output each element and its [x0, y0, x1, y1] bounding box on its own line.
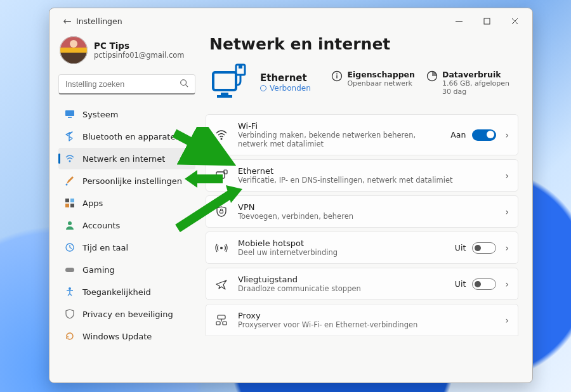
svg-point-24	[336, 73, 338, 74]
svg-rect-31	[220, 211, 223, 213]
sidebar-item-network[interactable]: Netwerk en internet	[58, 148, 195, 169]
hero-title: Ethernet	[260, 72, 311, 84]
card-vpn[interactable]: VPNToevoegen, verbinden, beheren ›	[206, 195, 518, 228]
properties-link[interactable]: EigenschappenOpenbaar netwerk	[331, 70, 415, 88]
search-input[interactable]	[64, 79, 180, 89]
settings-window: ← Instellingen PC Tips pctipsinfo01@gmai…	[49, 8, 533, 383]
sidebar-item-accessibility[interactable]: Toegankelijkheid	[58, 281, 195, 303]
sidebar-item-windows-update[interactable]: Windows Update	[58, 325, 195, 347]
sidebar-item-label: Persoonlijke instellingen	[82, 176, 182, 186]
svg-point-14	[68, 221, 72, 225]
card-subtitle: Deel uw internetverbinding	[238, 248, 445, 257]
accessibility-icon	[65, 287, 75, 297]
apps-icon	[65, 198, 75, 208]
card-subtitle: Toevoegen, verbinden, beheren	[238, 212, 492, 221]
sidebar-item-gaming[interactable]: Gaming	[58, 259, 195, 280]
sidebar-item-label: Accounts	[82, 221, 120, 230]
chevron-right-icon: ›	[502, 315, 509, 325]
card-title: Ethernet	[238, 166, 492, 176]
ethernet-hero-icon	[209, 62, 250, 103]
data-usage-link[interactable]: Dataverbruik1.66 GB, afgelopen 30 dag	[426, 70, 518, 96]
avatar	[60, 36, 88, 64]
svg-rect-1	[484, 18, 490, 24]
card-title: Proxy	[238, 311, 492, 320]
sidebar-item-privacy[interactable]: Privacy en beveiliging	[58, 303, 195, 325]
window-title: Instellingen	[76, 16, 122, 26]
brush-icon	[65, 176, 75, 186]
sidebar-item-label: Privacy en beveiliging	[82, 310, 173, 319]
close-button[interactable]	[501, 8, 528, 34]
chevron-right-icon: ›	[502, 279, 509, 289]
sidebar: PC Tips pctipsinfo01@gmail.com Systeem B…	[49, 34, 202, 382]
sidebar-item-accounts[interactable]: Accounts	[58, 214, 195, 236]
minimize-button[interactable]	[445, 8, 473, 34]
sidebar-item-label: Windows Update	[82, 332, 152, 341]
maximize-button[interactable]	[473, 8, 501, 34]
chevron-right-icon: ›	[502, 171, 509, 181]
card-hotspot[interactable]: Mobiele hotspotDeel uw internetverbindin…	[206, 232, 518, 264]
svg-point-4	[181, 80, 187, 86]
svg-line-5	[186, 85, 188, 88]
airplane-icon	[215, 278, 228, 291]
card-title: VPN	[238, 202, 492, 212]
sidebar-item-label: Systeem	[82, 110, 118, 119]
svg-rect-10	[65, 199, 69, 202]
proxy-icon	[215, 314, 228, 327]
vpn-shield-icon	[215, 206, 228, 218]
hotspot-icon	[215, 242, 228, 254]
clock-globe-icon	[65, 242, 75, 252]
display-icon	[65, 109, 75, 119]
sidebar-item-bluetooth[interactable]: Bluetooth en apparaten	[58, 126, 195, 147]
wifi-icon	[215, 129, 228, 141]
card-subtitle: Verificatie, IP- en DNS-instellingen, ne…	[238, 176, 492, 185]
svg-point-32	[220, 247, 223, 249]
ethernet-icon	[215, 169, 228, 182]
card-subtitle: Draadloze communicatie stoppen	[238, 284, 445, 293]
sidebar-item-label: Toegankelijkheid	[82, 287, 151, 297]
network-hero: Ethernet Verbonden EigenschappenOpenbaar…	[206, 62, 518, 114]
svg-rect-34	[216, 322, 220, 325]
sidebar-item-apps[interactable]: Apps	[58, 192, 195, 214]
sidebar-item-time-language[interactable]: Tijd en taal	[58, 237, 195, 258]
search-input-container[interactable]	[58, 74, 195, 95]
card-title: Mobiele hotspot	[238, 238, 445, 248]
svg-point-8	[69, 160, 71, 162]
sidebar-nav: Systeem Bluetooth en apparaten Netwerk e…	[58, 103, 195, 347]
svg-rect-7	[68, 117, 72, 119]
hotspot-toggle[interactable]	[472, 242, 496, 254]
card-wifi[interactable]: Wi-FiVerbinding maken, bekende netwerken…	[206, 114, 518, 155]
svg-rect-25	[337, 75, 338, 78]
profile-block[interactable]: PC Tips pctipsinfo01@gmail.com	[58, 34, 195, 74]
svg-rect-33	[218, 315, 225, 319]
gamepad-icon	[65, 265, 75, 275]
sidebar-item-label: Netwerk en internet	[82, 154, 165, 164]
toggle-label: Aan	[450, 130, 466, 140]
svg-rect-13	[70, 204, 74, 207]
status-dot-icon	[260, 85, 266, 91]
svg-point-27	[221, 138, 223, 140]
card-ethernet[interactable]: EthernetVerificatie, IP- en DNS-instelli…	[206, 159, 518, 192]
content-area: PC Tips pctipsinfo01@gmail.com Systeem B…	[49, 34, 532, 382]
toggle-label: Uit	[455, 243, 466, 252]
sidebar-item-label: Tijd en taal	[82, 243, 128, 252]
svg-point-9	[66, 184, 68, 186]
sidebar-item-system[interactable]: Systeem	[58, 103, 195, 125]
titlebar: ← Instellingen	[49, 8, 532, 34]
main-panel: Netwerk en internet Ethernet Verbonden	[202, 34, 532, 382]
card-subtitle: Verbinding maken, bekende netwerken behe…	[238, 131, 440, 148]
svg-rect-35	[223, 322, 226, 325]
svg-rect-18	[213, 72, 236, 90]
settings-cards: Wi-FiVerbinding maken, bekende netwerken…	[206, 114, 518, 336]
svg-rect-28	[216, 172, 225, 178]
sidebar-item-personalization[interactable]: Persoonlijke instellingen	[58, 170, 195, 192]
airplane-toggle[interactable]	[472, 278, 496, 290]
data-usage-icon	[426, 70, 438, 82]
wifi-toggle[interactable]	[472, 129, 496, 141]
svg-rect-19	[221, 93, 228, 95]
back-button[interactable]: ←	[58, 15, 76, 27]
svg-rect-11	[70, 199, 74, 202]
card-proxy[interactable]: ProxyProxyserver voor Wi-Fi- en Ethernet…	[206, 304, 518, 336]
card-airplane-mode[interactable]: VliegtuigstandDraadloze communicatie sto…	[206, 268, 518, 300]
svg-point-17	[69, 287, 71, 290]
card-title: Wi-Fi	[238, 121, 440, 131]
